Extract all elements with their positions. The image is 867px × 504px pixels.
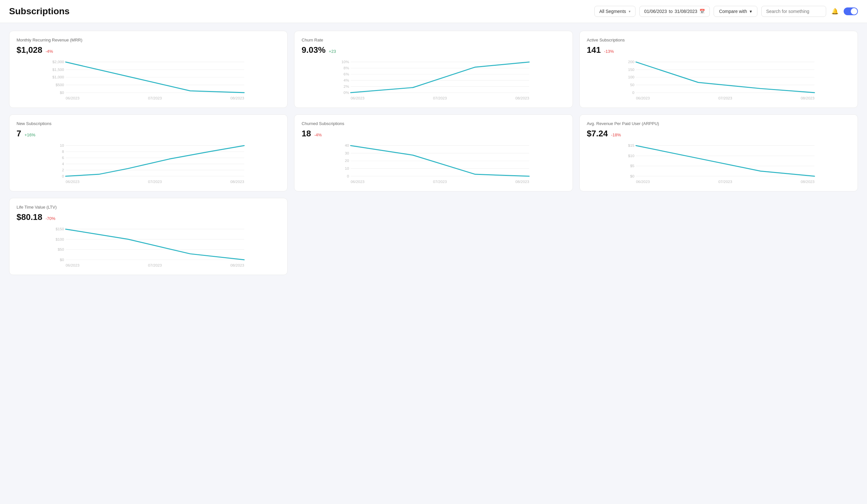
- svg-text:06/2023: 06/2023: [65, 179, 79, 184]
- compare-dropdown[interactable]: Compare with ▾: [714, 6, 757, 17]
- date-from: 01/06/2023: [644, 9, 667, 14]
- svg-text:06/2023: 06/2023: [636, 96, 650, 100]
- card-churn: Churn Rate 9.03% +23 10%8%6%4%2%0% 06/20…: [294, 31, 572, 108]
- chevron-down-icon: ▾: [750, 9, 752, 14]
- card-value-new_subs: 7: [17, 129, 21, 139]
- svg-text:$500: $500: [55, 83, 64, 87]
- svg-text:06/2023: 06/2023: [351, 179, 365, 184]
- chart-area-active_subs: 200150100500 06/202307/202308/2023: [587, 59, 850, 101]
- card-value-arppu: $7.24: [587, 129, 608, 139]
- svg-text:08/2023: 08/2023: [801, 96, 814, 100]
- date-separator: to: [669, 9, 673, 14]
- svg-text:0: 0: [62, 174, 64, 178]
- card-value-row-new_subs: 7 +16%: [17, 129, 280, 139]
- chart-svg: 200150100500 06/202307/202308/2023: [587, 59, 850, 101]
- card-churned_subs: Churned Subscriptions 18 -4% 403020100 0…: [294, 114, 572, 191]
- page-title: Subscriptions: [9, 6, 70, 17]
- chart-area-churned_subs: 403020100 06/202307/202308/2023: [301, 143, 565, 185]
- header-controls: All Segments ▾ 01/06/2023 to 31/08/2023 …: [594, 6, 858, 17]
- card-value-row-ltv: $80.18 -70%: [17, 212, 280, 222]
- card-badge-arppu: -18%: [611, 132, 621, 137]
- card-value-churned_subs: 18: [301, 129, 311, 139]
- chart-svg: $150$100$50$0 06/202307/202308/2023: [17, 226, 280, 268]
- svg-text:20: 20: [345, 158, 350, 163]
- card-value-row-churned_subs: 18 -4%: [301, 129, 565, 139]
- svg-text:$100: $100: [55, 237, 64, 242]
- calendar-icon: 📅: [699, 9, 705, 14]
- svg-text:8%: 8%: [344, 66, 350, 70]
- chart-area-mrr: $2,000$1,500$1,000$500$0 06/202307/20230…: [17, 59, 280, 101]
- bell-icon[interactable]: 🔔: [830, 7, 840, 16]
- card-value-ltv: $80.18: [17, 212, 42, 222]
- svg-text:$0: $0: [630, 174, 634, 178]
- date-to: 31/08/2023: [675, 9, 697, 14]
- chart-area-churn: 10%8%6%4%2%0% 06/202307/202308/2023: [301, 59, 565, 101]
- svg-text:10: 10: [60, 143, 65, 148]
- card-value-row-active_subs: 141 -13%: [587, 45, 850, 55]
- card-badge-new_subs: +16%: [24, 132, 35, 137]
- card-active_subs: Active Subscriptions 141 -13% 2001501005…: [579, 31, 858, 108]
- card-value-churn: 9.03%: [301, 45, 325, 55]
- chart-svg: $15$10$5$0 06/202307/202308/2023: [587, 143, 850, 185]
- mid-cards-grid: New Subscriptions 7 +16% 1086420 06/2023…: [9, 114, 858, 191]
- card-title-new_subs: New Subscriptions: [17, 121, 280, 126]
- chart-area-new_subs: 1086420 06/202307/202308/2023: [17, 143, 280, 185]
- top-cards-grid: Monthly Recurring Revenue (MRR) $1,028 -…: [9, 31, 858, 108]
- theme-toggle[interactable]: [844, 8, 858, 15]
- svg-text:2: 2: [62, 168, 64, 172]
- chart-area-ltv: $150$100$50$0 06/202307/202308/2023: [17, 226, 280, 268]
- main-content: Monthly Recurring Revenue (MRR) $1,028 -…: [0, 23, 867, 283]
- chart-area-arppu: $15$10$5$0 06/202307/202308/2023: [587, 143, 850, 185]
- svg-text:08/2023: 08/2023: [230, 179, 244, 184]
- svg-text:07/2023: 07/2023: [148, 263, 162, 267]
- chart-svg: 403020100 06/202307/202308/2023: [301, 143, 565, 185]
- svg-text:10%: 10%: [341, 59, 349, 64]
- card-arppu: Avg. Revenue Per Paid User (ARPPU) $7.24…: [579, 114, 858, 191]
- svg-text:06/2023: 06/2023: [65, 263, 79, 267]
- svg-text:06/2023: 06/2023: [65, 96, 79, 100]
- svg-text:$2,000: $2,000: [53, 59, 65, 64]
- svg-text:07/2023: 07/2023: [148, 179, 162, 184]
- card-title-arppu: Avg. Revenue Per Paid User (ARPPU): [587, 121, 850, 126]
- svg-text:08/2023: 08/2023: [515, 179, 529, 184]
- card-value-active_subs: 141: [587, 45, 601, 55]
- svg-text:$0: $0: [60, 90, 65, 95]
- card-new_subs: New Subscriptions 7 +16% 1086420 06/2023…: [9, 114, 288, 191]
- card-value-row-arppu: $7.24 -18%: [587, 129, 850, 139]
- header: Subscriptions All Segments ▾ 01/06/2023 …: [0, 0, 867, 23]
- chart-svg: $2,000$1,500$1,000$500$0 06/202307/20230…: [17, 59, 280, 101]
- svg-text:150: 150: [628, 67, 634, 72]
- svg-text:4%: 4%: [344, 78, 350, 83]
- card-value-row-mrr: $1,028 -4%: [17, 45, 280, 55]
- svg-text:10: 10: [345, 166, 350, 171]
- svg-text:6%: 6%: [344, 72, 350, 76]
- segment-dropdown[interactable]: All Segments ▾: [594, 6, 635, 17]
- search-input[interactable]: [761, 6, 826, 17]
- card-title-ltv: Life Time Value (LTV): [17, 205, 280, 210]
- chevron-down-icon: ▾: [629, 9, 631, 14]
- svg-text:$1,000: $1,000: [53, 75, 65, 79]
- card-title-churned_subs: Churned Subscriptions: [301, 121, 565, 126]
- svg-text:200: 200: [628, 59, 634, 64]
- card-title-churn: Churn Rate: [301, 37, 565, 42]
- toggle-wrap: [844, 8, 858, 15]
- svg-text:$150: $150: [55, 227, 64, 231]
- svg-text:100: 100: [628, 75, 634, 79]
- card-value-row-churn: 9.03% +23: [301, 45, 565, 55]
- card-badge-mrr: -4%: [46, 49, 53, 54]
- card-mrr: Monthly Recurring Revenue (MRR) $1,028 -…: [9, 31, 288, 108]
- svg-text:08/2023: 08/2023: [230, 96, 244, 100]
- svg-text:07/2023: 07/2023: [718, 96, 732, 100]
- svg-text:06/2023: 06/2023: [636, 179, 650, 184]
- svg-text:07/2023: 07/2023: [148, 96, 162, 100]
- svg-text:40: 40: [345, 143, 350, 148]
- toggle-knob: [851, 8, 857, 14]
- svg-text:08/2023: 08/2023: [515, 96, 529, 100]
- card-title-active_subs: Active Subscriptions: [587, 37, 850, 42]
- card-badge-churned_subs: -4%: [314, 132, 322, 137]
- svg-text:$1,500: $1,500: [53, 67, 65, 72]
- svg-text:0: 0: [632, 90, 634, 95]
- segment-label: All Segments: [599, 9, 626, 14]
- svg-text:$15: $15: [628, 143, 634, 148]
- date-range-picker[interactable]: 01/06/2023 to 31/08/2023 📅: [639, 6, 710, 17]
